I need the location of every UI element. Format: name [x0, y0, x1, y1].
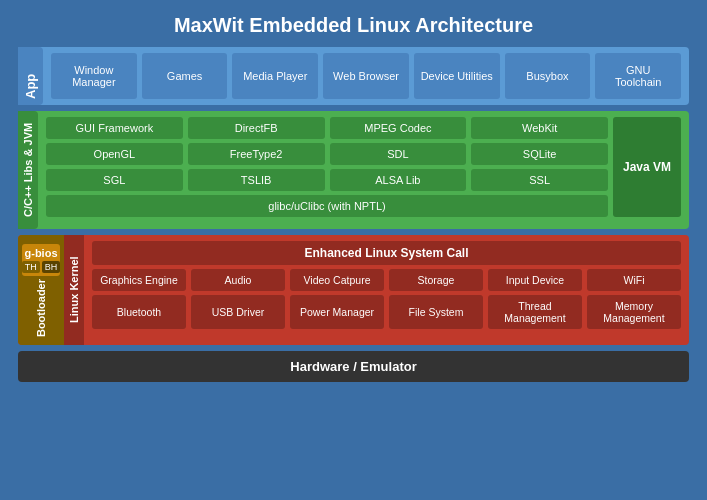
hardware-layer: Hardware / Emulator [18, 351, 689, 382]
kernel-audio: Audio [191, 269, 285, 291]
libs-grid: GUI Framework DirectFB MPEG Codec WebKit… [46, 117, 608, 217]
kernel-input-device: Input Device [488, 269, 582, 291]
kernel-graphics-engine: Graphics Engine [92, 269, 186, 291]
bootloader-block: g-bios TH BH Bootloader [18, 235, 64, 345]
kernel-file-system: File System [389, 295, 483, 329]
app-item-gnu-toolchain: GNU Toolchain [595, 53, 681, 99]
gbios-bh: BH [42, 261, 61, 273]
libs-inner-container: GUI Framework DirectFB MPEG Codec WebKit… [38, 111, 689, 229]
kernel-layer: g-bios TH BH Bootloader Linux Kernel Enh… [18, 235, 689, 345]
app-item-window-manager: Window Manager [51, 53, 137, 99]
lib-alsa: ALSA Lib [330, 169, 467, 191]
lib-glibc: glibc/uClibc (with NPTL) [46, 195, 608, 217]
kernel-wifi: WiFi [587, 269, 681, 291]
libs-row-2: OpenGL FreeType2 SDL SQLite [46, 143, 608, 165]
libs-layer-label: C/C++ Libs & JVM [18, 111, 38, 229]
kernel-storage: Storage [389, 269, 483, 291]
app-item-web-browser: Web Browser [323, 53, 409, 99]
lib-sdl: SDL [330, 143, 467, 165]
app-item-games: Games [142, 53, 228, 99]
kernel-row-1: Graphics Engine Audio Video Catpure Stor… [92, 269, 681, 291]
kernel-thread-management: Thread Management [488, 295, 582, 329]
gbios-label: g-bios [24, 247, 58, 259]
kernel-power-manager: Power Manager [290, 295, 384, 329]
app-item-media-player: Media Player [232, 53, 318, 99]
lib-ssl: SSL [471, 169, 608, 191]
app-layer-label: App [18, 47, 43, 105]
kernel-row-2: Bluetooth USB Driver Power Manager File … [92, 295, 681, 329]
app-item-busybox: Busybox [505, 53, 591, 99]
kernel-video-capture: Video Catpure [290, 269, 384, 291]
app-layer: App Window Manager Games Media Player We… [18, 47, 689, 105]
lib-javavm: Java VM [613, 117, 681, 217]
gbios-box: g-bios TH BH [22, 244, 60, 276]
lib-directfb: DirectFB [188, 117, 325, 139]
gbios-sub: TH BH [24, 261, 58, 273]
kernel-inner-container: Enhanced Linux System Call Graphics Engi… [84, 235, 689, 345]
libs-layer: C/C++ Libs & JVM GUI Framework DirectFB … [18, 111, 689, 229]
kernel-rows: Graphics Engine Audio Video Catpure Stor… [92, 269, 681, 329]
lib-webkit: WebKit [471, 117, 608, 139]
kernel-memory-management: Memory Management [587, 295, 681, 329]
libs-row-1: GUI Framework DirectFB MPEG Codec WebKit [46, 117, 608, 139]
app-item-device-utilities: Device Utilities [414, 53, 500, 99]
kernel-bluetooth: Bluetooth [92, 295, 186, 329]
page-title: MaxWit Embedded Linux Architecture [0, 0, 707, 47]
lib-opengl: OpenGL [46, 143, 183, 165]
lib-sqlite: SQLite [471, 143, 608, 165]
lib-gui-framework: GUI Framework [46, 117, 183, 139]
lib-mpeg-codec: MPEG Codec [330, 117, 467, 139]
kernel-usb-driver: USB Driver [191, 295, 285, 329]
kernel-layer-label: Linux Kernel [64, 235, 84, 345]
gbios-th: TH [22, 261, 40, 273]
syscall-bar: Enhanced Linux System Call [92, 241, 681, 265]
lib-tslib: TSLIB [188, 169, 325, 191]
app-items-container: Window Manager Games Media Player Web Br… [43, 47, 689, 105]
libs-row-3: SGL TSLIB ALSA Lib SSL [46, 169, 608, 191]
lib-sgl: SGL [46, 169, 183, 191]
libs-javavm-wrapper: GUI Framework DirectFB MPEG Codec WebKit… [46, 117, 681, 217]
lib-freetype2: FreeType2 [188, 143, 325, 165]
bootloader-label: Bootloader [35, 279, 47, 337]
